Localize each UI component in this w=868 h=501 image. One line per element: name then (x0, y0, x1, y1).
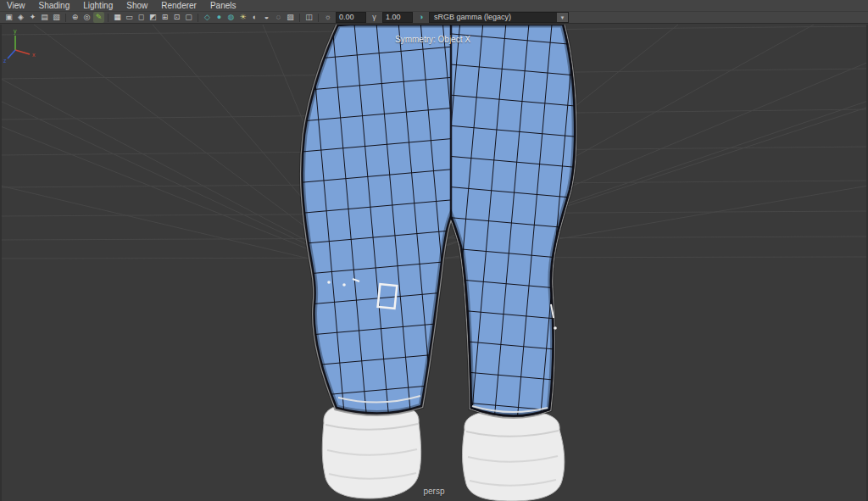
grid-icon[interactable]: ▦ (112, 12, 123, 23)
anti-aliasing-icon[interactable]: ▨ (285, 12, 296, 23)
menu-renderer[interactable]: Renderer (161, 1, 197, 10)
toolbar-separator (299, 14, 300, 22)
safe-action-icon[interactable]: ⊡ (171, 12, 182, 23)
gate-mask-icon[interactable]: ◩ (147, 12, 159, 23)
menu-shading[interactable]: Shading (39, 1, 70, 10)
axis-z-label: z (3, 58, 7, 64)
snapshot-icon[interactable]: ◎ (81, 12, 92, 23)
wireframe-icon[interactable]: ◇ (202, 12, 213, 23)
exposure-field[interactable]: 0.00 (336, 12, 366, 23)
symmetry-hud: Symmetry: Object X (395, 35, 470, 44)
menu-show[interactable]: Show (126, 1, 147, 10)
exposure-icon[interactable]: ☼ (322, 12, 333, 23)
resolution-gate-icon[interactable]: ◻ (136, 12, 147, 23)
bookmark-icon[interactable]: ▤ (39, 12, 50, 23)
panel-toolbar: ▣ ◈ ✦ ▤ ▧ ⊕ ◎ ✎ ▦ ▭ ◻ ◩ ⊞ ⊡ ▢ ◇ ● ◍ ☀ ◐ … (0, 12, 868, 24)
textured-icon[interactable]: ◍ (225, 12, 236, 23)
menu-panels[interactable]: Panels (210, 1, 236, 10)
isolate-select-icon[interactable]: ◫ (303, 12, 314, 23)
view-transform-dropdown[interactable]: sRGB gamma (legacy) ▼ (429, 12, 569, 23)
field-chart-icon[interactable]: ⊞ (159, 12, 170, 23)
maya-viewport-panel: View Shading Lighting Show Renderer Pane… (0, 0, 868, 501)
gamma-field[interactable]: 1.00 (382, 12, 413, 23)
menu-lighting[interactable]: Lighting (83, 1, 113, 10)
film-gate-icon[interactable]: ▭ (124, 12, 135, 23)
menu-view[interactable]: View (7, 1, 25, 10)
color-management-icon[interactable]: ◑ (415, 12, 426, 23)
view-transform-value: sRGB gamma (legacy) (430, 13, 557, 22)
toolbar-separator (108, 14, 108, 22)
gamma-icon[interactable]: γ (369, 12, 380, 23)
scene-render (2, 25, 866, 501)
toolbar-separator (198, 14, 198, 22)
panel-menubar: View Shading Lighting Show Renderer Pane… (0, 0, 868, 12)
camera-attributes-icon[interactable]: ✦ (27, 12, 38, 23)
lock-camera-icon[interactable]: ◈ (15, 12, 26, 23)
viewport-canvas[interactable]: Symmetry: Object X persp y x z (0, 25, 868, 501)
shaded-icon[interactable]: ● (214, 12, 225, 23)
shadows-icon[interactable]: ◐ (249, 12, 260, 23)
pan-zoom-icon[interactable]: ⊕ (70, 12, 81, 23)
pants-mesh[interactable] (302, 25, 575, 416)
use-all-lights-icon[interactable]: ☀ (237, 12, 248, 23)
ambient-occlusion-icon[interactable]: ◒ (261, 12, 272, 23)
axis-y-label: y (14, 28, 17, 35)
safe-title-icon[interactable]: ▢ (183, 12, 194, 23)
boot-left[interactable] (322, 402, 420, 498)
grease-pencil-icon[interactable]: ✎ (93, 12, 104, 23)
motion-blur-icon[interactable]: ◌ (273, 12, 284, 23)
view-axis-gizmo: y x z (2, 25, 41, 64)
toolbar-separator (65, 14, 66, 22)
axis-x-label: x (32, 52, 36, 58)
chevron-down-icon[interactable]: ▼ (557, 13, 568, 22)
camera-label: persp (2, 487, 866, 496)
toolbar-separator (318, 14, 319, 22)
select-camera-icon[interactable]: ▣ (3, 12, 14, 23)
image-plane-icon[interactable]: ▧ (51, 12, 62, 23)
